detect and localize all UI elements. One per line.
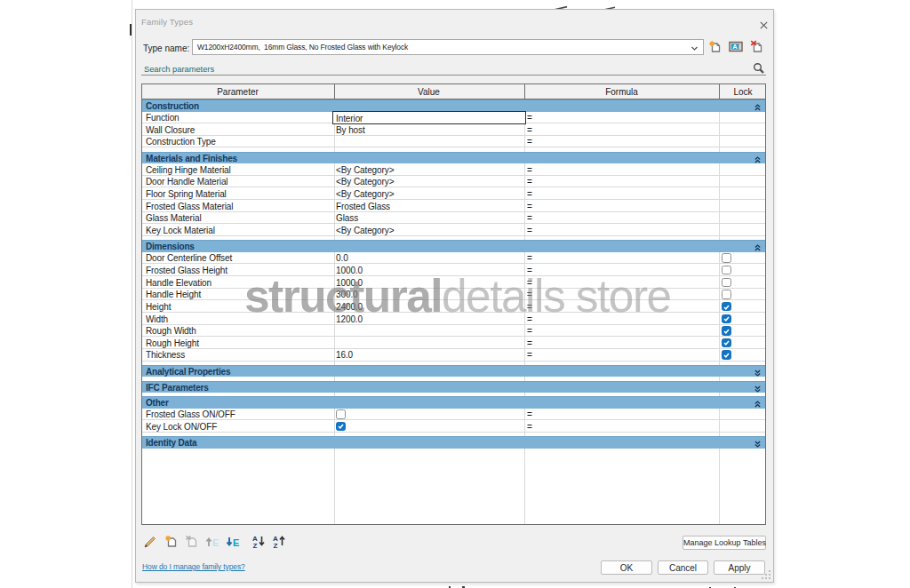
svg-text:A: A (732, 43, 738, 51)
svg-text:E: E (233, 537, 239, 548)
svg-text:Z: Z (253, 542, 258, 549)
svg-text:E: E (212, 537, 219, 548)
svg-text:Z: Z (274, 542, 278, 549)
